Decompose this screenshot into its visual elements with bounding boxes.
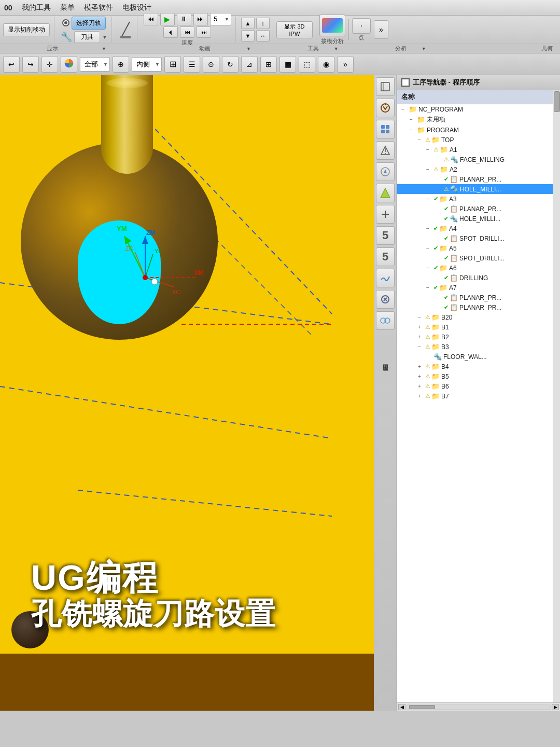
menu-item-00[interactable]: 00	[4, 4, 12, 12]
panel-hscrollbar[interactable]: ◀ ▶	[397, 702, 560, 711]
tree-row-planar1[interactable]: ✔ 📋 PLANAR_PR...	[397, 174, 553, 184]
expand-b6[interactable]: +	[418, 383, 425, 389]
expand-b4[interactable]: +	[418, 364, 425, 369]
tree-row-b7[interactable]: + ⚠ 📁 B7	[397, 391, 553, 401]
hscroll-right-btn[interactable]: ▶	[552, 704, 559, 710]
move-down-btn[interactable]: ▼	[241, 30, 255, 42]
expand-a6[interactable]: −	[426, 265, 433, 271]
tree-row-a4[interactable]: − ✔ 📁 A4	[397, 224, 553, 233]
view3-btn[interactable]: ⊞	[164, 56, 181, 73]
expand-nc-program[interactable]: −	[401, 106, 409, 112]
expand-a4[interactable]: −	[426, 226, 433, 231]
tree-row-a1[interactable]: − ⚠ 📁 A1	[397, 145, 553, 155]
tree-row-planar2[interactable]: ✔ 📋 PLANAR_PR...	[397, 204, 553, 214]
view6-btn[interactable]: ↻	[222, 56, 239, 73]
tree-row-hole-milli[interactable]: ⚠ 🔩 HOLE_MILLI...	[397, 184, 553, 194]
tree-row-a6[interactable]: − ✔ 📁 A6	[397, 263, 553, 273]
skip-back-btn[interactable]: ⏮	[144, 13, 158, 25]
tree-scrollbar[interactable]	[553, 90, 560, 702]
select-tool-btn[interactable]: 选择刀轨	[72, 17, 106, 30]
expand-b1[interactable]: +	[418, 324, 425, 330]
expand-b20[interactable]: −	[418, 314, 425, 320]
menu-item-electrode[interactable]: 电极设计	[122, 3, 151, 12]
hscroll-track[interactable]	[407, 704, 551, 710]
tree-row-nc-program[interactable]: − 📁 NC_PROGRAM	[397, 104, 553, 114]
tree-row-b2[interactable]: + ⚠ 📁 B2	[397, 332, 553, 342]
tree-row-b6[interactable]: + ⚠ 📁 B6	[397, 381, 553, 391]
tree-row-planar4[interactable]: ✔ 📋 PLANAR_PR...	[397, 302, 553, 312]
move-up-btn[interactable]: ▲	[241, 18, 255, 29]
sidebar-btn-11[interactable]	[376, 290, 395, 309]
menu-item-mytool[interactable]: 我的工具	[22, 3, 51, 12]
sidebar-btn-7[interactable]	[376, 205, 395, 224]
move-right-btn[interactable]: ↔	[256, 30, 270, 42]
expand-unused[interactable]: −	[410, 117, 417, 122]
tree-row-a3[interactable]: − ✔ 📁 A3	[397, 194, 553, 204]
hscroll-left-btn[interactable]: ◀	[398, 704, 405, 710]
expand-a1[interactable]: −	[426, 147, 433, 153]
view8-btn[interactable]: ⊞	[260, 56, 277, 73]
tool-dropdown-arrow[interactable]: ▼	[102, 34, 107, 40]
speed-select[interactable]: 51210	[210, 13, 231, 25]
tree-row-a7[interactable]: − ✔ 📁 A7	[397, 283, 553, 293]
skip-forward-btn[interactable]: ⏭	[193, 13, 208, 25]
hscroll-thumb[interactable]	[409, 705, 435, 709]
sidebar-btn-2[interactable]	[376, 99, 395, 117]
expand-b5[interactable]: +	[418, 374, 425, 379]
expand-a5[interactable]: −	[426, 245, 433, 251]
expand-a2[interactable]: −	[426, 167, 433, 172]
pause-btn[interactable]: ⏸	[177, 13, 191, 25]
view12-btn[interactable]: »	[337, 56, 354, 73]
expand-b3[interactable]: −	[418, 344, 425, 350]
tree-row-program[interactable]: − 📁 PROGRAM	[397, 125, 553, 135]
sidebar-btn-3[interactable]	[376, 120, 395, 139]
expand-top[interactable]: −	[418, 137, 425, 143]
tree-row-spot2[interactable]: ✔ 📋 SPOT_DRILLI...	[397, 253, 553, 263]
inner-side-select[interactable]: 内侧	[132, 57, 162, 72]
display-cutting-btn[interactable]: 显示切削移动	[3, 23, 50, 36]
display-3d-btn[interactable]: 显示 3D IPW	[276, 21, 313, 38]
color-wheel-btn[interactable]	[61, 56, 77, 73]
viewport[interactable]: YM ZM XM ZC YC XC	[0, 75, 374, 711]
tree-row-face-milling[interactable]: ⚠ 🔩 FACE_MILLING	[397, 155, 553, 164]
tree-panel[interactable]: 名称 − 📁 NC_PROGRAM − 📁 未用项	[397, 90, 560, 702]
tree-row-spot1[interactable]: ✔ 📋 SPOT_DRILLI...	[397, 233, 553, 243]
view5-btn[interactable]: ⊙	[203, 56, 219, 73]
tree-row-top[interactable]: − ⚠ 📁 TOP	[397, 135, 553, 145]
step-back-btn[interactable]: ⏮	[180, 26, 194, 38]
view11-btn[interactable]: ◉	[318, 56, 334, 73]
tree-row-b20[interactable]: − ⚠ 📁 B20	[397, 312, 553, 322]
expand-a3[interactable]: −	[426, 196, 433, 202]
play-btn[interactable]: ▶	[160, 13, 175, 25]
view9-btn[interactable]: ▦	[279, 56, 296, 73]
sidebar-btn-6[interactable]	[376, 184, 395, 202]
expand-program[interactable]: −	[410, 127, 417, 133]
view-all-select[interactable]: 全部	[80, 57, 110, 72]
tree-row-drilling[interactable]: ✔ 📋 DRILLING	[397, 273, 553, 283]
tree-row-b5[interactable]: + ⚠ 📁 B5	[397, 371, 553, 381]
view10-btn[interactable]: ⬚	[299, 56, 315, 73]
sidebar-btn-5[interactable]	[376, 162, 395, 181]
tree-row-a5[interactable]: − ✔ 📁 A5	[397, 243, 553, 253]
tree-row-hole2[interactable]: ✔ 🔩 HOLE_MILLI...	[397, 214, 553, 224]
snap-btn[interactable]: ✛	[41, 56, 58, 73]
menu-item-menu[interactable]: 菜单	[60, 3, 75, 12]
tree-row-unused[interactable]: − 📁 未用项	[397, 114, 553, 125]
tree-row-a2[interactable]: − ⚠ 📁 A2	[397, 164, 553, 174]
tree-row-floor-wall[interactable]: 🔩 FLOOR_WAL...	[397, 352, 553, 362]
tree-row-planar3[interactable]: ✔ 📋 PLANAR_PR...	[397, 293, 553, 302]
sidebar-btn-12[interactable]	[376, 311, 395, 330]
sidebar-btn-4[interactable]	[376, 141, 395, 160]
sidebar-btn-1[interactable]	[376, 77, 395, 96]
tree-row-b3[interactable]: − ⚠ 📁 B3	[397, 342, 553, 352]
undo-btn[interactable]: ↩	[3, 56, 20, 73]
tree-row-b4[interactable]: + ⚠ 📁 B4	[397, 362, 553, 371]
expand-b7[interactable]: +	[418, 393, 425, 399]
tool-btn[interactable]: 刀具	[74, 31, 100, 43]
tree-row-b1[interactable]: + ⚠ 📁 B1	[397, 322, 553, 332]
step-fwd-btn[interactable]: ⏭	[197, 26, 211, 38]
point-btn[interactable]: ·	[352, 18, 371, 34]
redo-btn[interactable]: ↪	[22, 56, 39, 73]
expand-a7[interactable]: −	[426, 285, 433, 290]
view7-btn[interactable]: ⊿	[241, 56, 258, 73]
